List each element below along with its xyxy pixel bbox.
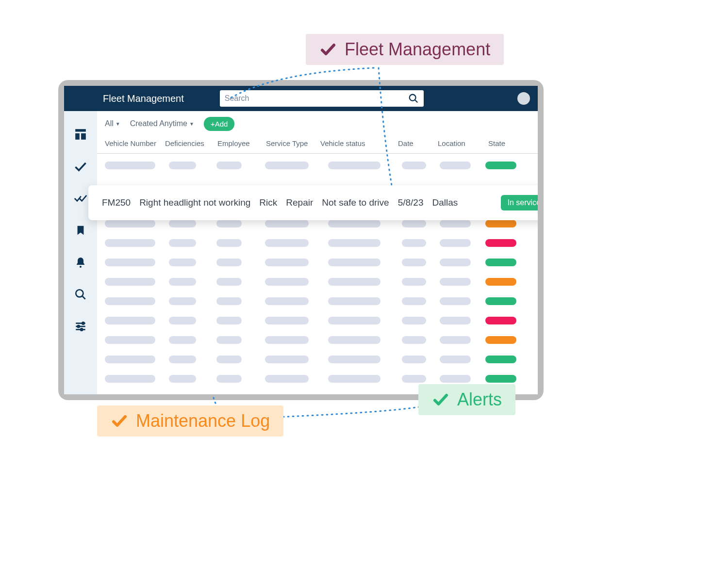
svg-point-11 [78, 325, 80, 327]
placeholder-cell [440, 278, 471, 286]
cell-vehicle-status: Not safe to drive [322, 197, 389, 208]
svg-rect-4 [81, 133, 86, 140]
col-service-type: Service Type [266, 139, 320, 147]
placeholder-cell [265, 162, 309, 169]
placeholder-cell [265, 375, 309, 383]
callout-label: Fleet Management [345, 41, 490, 58]
table-row[interactable] [105, 259, 530, 266]
bell-icon[interactable] [74, 256, 87, 269]
placeholder-cell [105, 317, 155, 324]
placeholder-cell [265, 297, 309, 305]
placeholder-cell [216, 259, 242, 266]
placeholder-cell [328, 297, 381, 305]
table-row[interactable] [105, 375, 530, 383]
table-row[interactable] [105, 239, 530, 247]
callout-label: Alerts [457, 391, 502, 408]
table-row[interactable] [105, 162, 530, 169]
filter-all[interactable]: All ▼ [105, 119, 120, 128]
check-icon [319, 41, 337, 58]
placeholder-cell [485, 239, 516, 247]
placeholder-cell [328, 162, 381, 169]
placeholder-cell [485, 278, 516, 286]
highlighted-row[interactable]: FM250 Right headlight not working Rick R… [88, 185, 538, 220]
placeholder-cell [440, 259, 471, 266]
placeholder-cell [440, 239, 471, 247]
callout-alerts: Alerts [418, 384, 515, 415]
placeholder-cell [485, 375, 516, 383]
col-vehicle-number: Vehicle Number [105, 139, 165, 147]
app-window: Fleet Management [58, 80, 544, 400]
table-row[interactable] [105, 336, 530, 344]
placeholder-cell [216, 239, 242, 247]
cell-vehicle-number: FM250 [102, 197, 131, 208]
placeholder-cell [440, 162, 471, 169]
placeholder-cell [265, 259, 309, 266]
placeholder-cell [105, 162, 155, 169]
placeholder-cell [265, 356, 309, 363]
placeholder-cell [105, 220, 155, 227]
filter-created-label: Created Anytime [130, 119, 187, 128]
placeholder-cell [216, 297, 242, 305]
body-area: All ▼ Created Anytime ▼ +Add Vehicle Num… [64, 111, 538, 394]
table-row[interactable] [105, 297, 530, 305]
placeholder-cell [402, 259, 426, 266]
table-row[interactable] [105, 317, 530, 324]
placeholder-cell [328, 278, 381, 286]
col-vehicle-status: Vehicle status [320, 139, 398, 147]
placeholder-cell [169, 317, 196, 324]
cell-location: Dallas [432, 197, 458, 208]
placeholder-cell [402, 336, 426, 344]
double-check-icon[interactable] [74, 192, 87, 205]
app-title: Fleet Management [103, 93, 184, 104]
placeholder-cell [265, 317, 309, 324]
placeholder-cell [169, 239, 196, 247]
sidebar [64, 111, 97, 394]
placeholder-cell [402, 356, 426, 363]
table-row[interactable] [105, 278, 530, 286]
bookmark-icon[interactable] [74, 224, 87, 237]
placeholder-cell [216, 375, 242, 383]
filter-created[interactable]: Created Anytime ▼ [130, 119, 194, 128]
table-body: FM250 Right headlight not working Rick R… [97, 154, 538, 394]
cell-employee: Rick [259, 197, 277, 208]
placeholder-cell [485, 297, 516, 305]
avatar[interactable] [517, 92, 530, 105]
check-icon[interactable] [74, 160, 87, 173]
main-panel: All ▼ Created Anytime ▼ +Add Vehicle Num… [97, 111, 538, 394]
svg-rect-2 [75, 129, 86, 131]
placeholder-cell [105, 356, 155, 363]
placeholder-cell [402, 317, 426, 324]
placeholder-cell [328, 356, 381, 363]
cell-deficiency: Right headlight not working [139, 197, 250, 208]
placeholder-cell [402, 162, 426, 169]
search-field[interactable] [220, 90, 424, 107]
search-nav-icon[interactable] [74, 288, 87, 301]
placeholder-cell [328, 259, 381, 266]
svg-line-1 [415, 100, 417, 102]
filter-all-label: All [105, 119, 114, 128]
placeholder-cell [402, 220, 426, 227]
col-deficiencies: Deficiencies [165, 139, 217, 147]
placeholder-cell [265, 336, 309, 344]
callout-label: Maintenance Log [136, 412, 270, 430]
callout-fleet-management: Fleet Management [306, 34, 504, 65]
placeholder-cell [105, 239, 155, 247]
cell-date: 5/8/23 [398, 197, 424, 208]
placeholder-cell [105, 336, 155, 344]
search-input[interactable] [225, 90, 419, 107]
placeholder-cell [216, 336, 242, 344]
dashboard-icon[interactable] [74, 128, 87, 141]
placeholder-cell [440, 317, 471, 324]
placeholder-cell [402, 278, 426, 286]
placeholder-cell [169, 336, 196, 344]
table-row[interactable] [105, 220, 530, 227]
filter-bar: All ▼ Created Anytime ▼ +Add [97, 111, 538, 136]
add-button[interactable]: +Add [204, 117, 234, 131]
placeholder-cell [265, 278, 309, 286]
svg-point-6 [76, 290, 83, 297]
sliders-icon[interactable] [74, 320, 87, 333]
placeholder-cell [485, 220, 516, 227]
table-row[interactable] [105, 356, 530, 363]
placeholder-cell [105, 297, 155, 305]
svg-point-13 [81, 328, 83, 330]
